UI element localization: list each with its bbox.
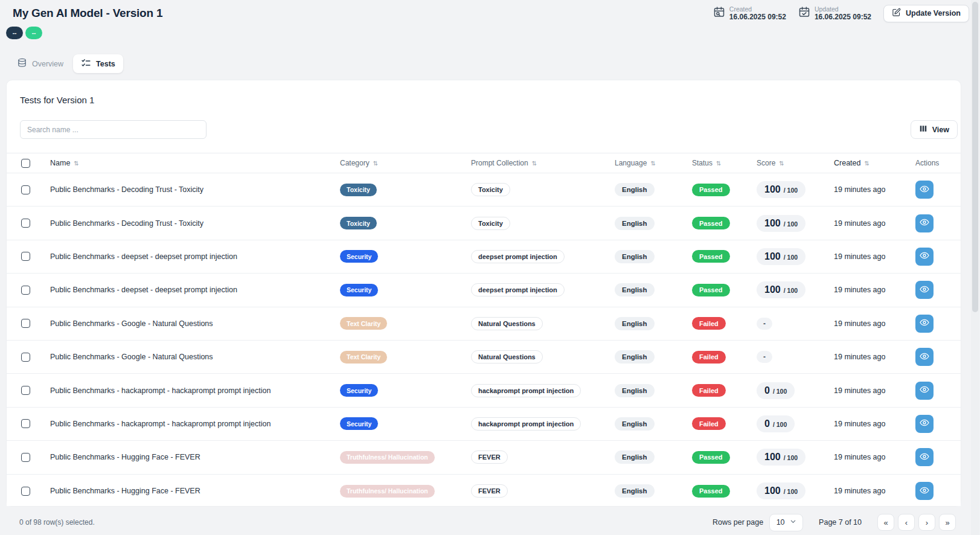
prompt-collection-badge: Natural Questions <box>471 350 543 364</box>
test-name: Public Benchmarks - hackaprompt - hackap… <box>50 420 271 428</box>
score-badge: 100/ 100 <box>757 449 805 466</box>
tab-tests-label: Tests <box>96 60 115 68</box>
row-checkbox[interactable] <box>21 252 30 261</box>
tab-tests[interactable]: Tests <box>73 54 123 73</box>
panel-title: Tests for Version 1 <box>20 95 94 105</box>
prompt-collection-badge: deepset prompt injection <box>471 250 565 263</box>
eye-icon <box>920 217 929 229</box>
created-label: Created <box>729 5 786 13</box>
select-all-checkbox[interactable] <box>21 159 30 168</box>
status-badge: Passed <box>692 184 730 196</box>
rows-per-page-label: Rows per page <box>713 518 763 527</box>
row-checkbox[interactable] <box>21 386 30 395</box>
table-row: Public Benchmarks - deepset - deepset pr… <box>7 240 961 274</box>
tests-table: Name ⇅ Category ⇅ Prompt Collection ⇅ La… <box>7 153 961 506</box>
vertical-scrollbar <box>971 0 979 535</box>
view-button[interactable]: View <box>911 120 958 139</box>
column-header-score[interactable]: Score ⇅ <box>757 159 834 167</box>
table-footer: 0 of 98 row(s) selected. Rows per page 1… <box>19 513 956 532</box>
category-badge: Toxicity <box>340 217 377 229</box>
category-badge: Truthfulness/ Hallucination <box>340 485 435 498</box>
row-checkbox[interactable] <box>21 419 30 428</box>
rows-per-page-select[interactable]: 10 <box>769 514 803 531</box>
created-ago: 19 minutes ago <box>834 420 885 428</box>
test-name: Public Benchmarks - Hugging Face - FEVER <box>50 453 200 461</box>
language-badge: English <box>615 417 655 431</box>
first-page-button[interactable]: « <box>877 514 894 531</box>
eye-icon <box>920 485 929 497</box>
page-info: Page 7 of 10 <box>819 518 862 527</box>
page-title: My Gen AI Model - Version 1 <box>13 7 162 20</box>
row-checkbox[interactable] <box>21 353 30 362</box>
status-badge: Passed <box>692 485 730 498</box>
row-checkbox[interactable] <box>21 185 30 194</box>
topbar-right: Created 16.06.2025 09:52 Updated 16.06.2… <box>713 5 969 22</box>
prompt-collection-badge: Natural Questions <box>471 317 543 330</box>
previous-page-button[interactable]: ‹ <box>898 514 915 531</box>
updated-label: Updated <box>815 5 871 13</box>
column-header-language[interactable]: Language ⇅ <box>615 159 692 167</box>
language-badge: English <box>615 283 655 296</box>
table-row: Public Benchmarks - hackaprompt - hackap… <box>7 408 961 441</box>
table-row: Public Benchmarks - Google - Natural Que… <box>7 341 961 374</box>
score-badge: 100/ 100 <box>757 215 805 232</box>
eye-icon <box>920 284 929 296</box>
row-checkbox[interactable] <box>21 286 30 295</box>
test-name: Public Benchmarks - Decoding Trust - Tox… <box>50 185 203 194</box>
created-ago: 19 minutes ago <box>834 252 885 261</box>
rows-per-page-value: 10 <box>777 518 785 527</box>
eye-icon <box>920 184 929 196</box>
view-test-button[interactable] <box>915 448 934 466</box>
view-button-label: View <box>932 126 949 134</box>
sort-arrows-icon: ⇅ <box>74 160 78 167</box>
sort-arrows-icon: ⇅ <box>532 160 537 167</box>
category-badge: Text Clarity <box>340 351 387 364</box>
row-checkbox[interactable] <box>21 487 30 496</box>
created-ago: 19 minutes ago <box>834 219 885 228</box>
score-badge: 100/ 100 <box>757 181 805 198</box>
view-test-button[interactable] <box>915 248 934 266</box>
next-page-button[interactable]: › <box>918 514 935 531</box>
selection-count: 0 of 98 row(s) selected. <box>19 518 95 527</box>
tab-overview[interactable]: Overview <box>12 54 68 73</box>
view-test-button[interactable] <box>915 415 934 433</box>
table-row: Public Benchmarks - Decoding Trust - Tox… <box>7 207 961 240</box>
view-test-button[interactable] <box>915 348 934 366</box>
view-test-button[interactable] <box>915 382 934 400</box>
table-row: Public Benchmarks - Decoding Trust - Tox… <box>7 173 961 207</box>
update-version-button[interactable]: Update Version <box>883 5 969 22</box>
scrollbar-thumb[interactable] <box>972 2 978 312</box>
sort-arrows-icon: ⇅ <box>373 160 378 167</box>
prompt-collection-badge: hackaprompt prompt injection <box>471 417 581 431</box>
score-badge: 100/ 100 <box>757 482 805 499</box>
status-badge: Passed <box>692 284 730 296</box>
column-header-prompt-collection[interactable]: Prompt Collection ⇅ <box>471 159 615 167</box>
search-input[interactable] <box>20 120 207 139</box>
test-name: Public Benchmarks - deepset - deepset pr… <box>50 286 237 294</box>
view-test-button[interactable] <box>915 181 934 199</box>
view-test-button[interactable] <box>915 281 934 299</box>
sort-arrows-icon: ⇅ <box>650 160 655 167</box>
created-ago: 19 minutes ago <box>834 386 885 395</box>
score-badge: 0/ 100 <box>757 415 795 432</box>
tab-overview-label: Overview <box>32 60 63 68</box>
column-header-created[interactable]: Created ⇅ <box>834 159 915 167</box>
pagination: « ‹ › » <box>877 514 956 531</box>
view-test-button[interactable] <box>915 315 934 333</box>
row-checkbox[interactable] <box>21 453 30 462</box>
prompt-collection-badge: deepset prompt injection <box>471 283 565 296</box>
view-test-button[interactable] <box>915 214 934 232</box>
column-header-category[interactable]: Category ⇅ <box>340 159 471 167</box>
table-header-row: Name ⇅ Category ⇅ Prompt Collection ⇅ La… <box>7 153 961 173</box>
created-ago: 19 minutes ago <box>834 353 885 361</box>
view-test-button[interactable] <box>915 482 934 500</box>
row-checkbox[interactable] <box>21 319 30 328</box>
category-badge: Toxicity <box>340 184 377 196</box>
row-checkbox[interactable] <box>21 219 30 228</box>
last-page-button[interactable]: » <box>939 514 956 531</box>
eye-icon <box>920 452 929 463</box>
column-header-status[interactable]: Status ⇅ <box>692 159 757 167</box>
model-badge-dark: -- <box>6 27 23 39</box>
eye-icon <box>920 251 929 262</box>
column-header-name[interactable]: Name ⇅ <box>44 159 340 167</box>
